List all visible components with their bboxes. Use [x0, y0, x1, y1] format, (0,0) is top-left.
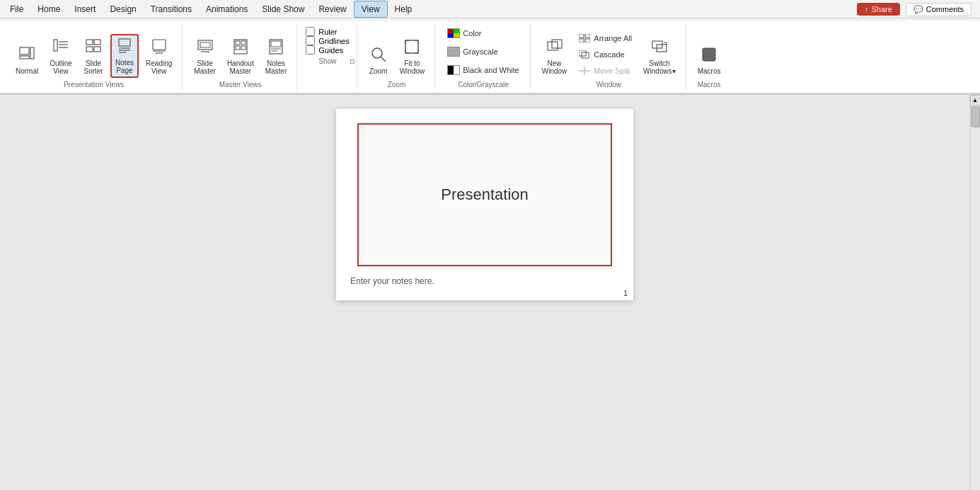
menu-animations[interactable]: Animations	[199, 1, 255, 17]
slide-master-icon	[197, 38, 214, 58]
slide-thumbnail[interactable]: Presentation	[357, 123, 612, 266]
btn-handout-master-label: HandoutMaster	[227, 59, 254, 75]
menu-review[interactable]: Review	[311, 1, 353, 17]
group-label-macros: Macros	[698, 81, 721, 89]
svg-rect-2	[30, 47, 34, 59]
ribbon: Normal OutlineView SlideSorter	[0, 18, 980, 95]
fit-to-window-icon	[403, 38, 420, 58]
normal-icon	[18, 46, 35, 66]
svg-rect-19	[200, 42, 210, 47]
svg-rect-3	[54, 40, 57, 51]
cascade-label: Cascade	[594, 50, 624, 59]
arrange-all-label: Arrange All	[594, 34, 632, 42]
btn-macros-label: Macros	[698, 67, 721, 75]
group-label-master-views: Master Views	[219, 81, 262, 89]
svg-rect-36	[585, 34, 590, 38]
btn-slide-master[interactable]: SlideMaster	[190, 35, 220, 78]
btn-grayscale[interactable]: Grayscale	[442, 44, 503, 59]
btn-reading-view-label: ReadingView	[146, 59, 172, 75]
ruler-checkbox[interactable]	[306, 27, 315, 36]
menu-slideshow[interactable]: Slide Show	[255, 1, 311, 17]
menu-home[interactable]: Home	[30, 1, 67, 17]
ribbon-group-master-views: SlideMaster HandoutMaster NotesMaster Ma…	[184, 24, 297, 90]
comments-icon: 💬	[913, 5, 923, 14]
new-window-icon	[546, 38, 563, 58]
ribbon-content: Normal OutlineView SlideSorter	[0, 21, 980, 94]
svg-rect-10	[94, 47, 100, 52]
menu-insert[interactable]: Insert	[67, 1, 103, 17]
ribbon-group-color-grayscale: Color Grayscale Black and White Color/Gr…	[437, 24, 530, 90]
check-ruler[interactable]: Ruler	[306, 27, 349, 36]
menu-file[interactable]: File	[3, 1, 30, 17]
scrollbar: ▲ ▼	[969, 95, 980, 490]
btn-arrange-all[interactable]: Arrange All	[574, 31, 636, 45]
top-right-actions: ↑ Share 💬 Comments	[848, 0, 980, 18]
btn-outline-label: OutlineView	[50, 59, 72, 75]
reading-view-icon	[151, 38, 168, 58]
scroll-track[interactable]	[970, 106, 981, 490]
notes-page-icon	[116, 38, 133, 57]
group-label-presentation-views: Presentation Views	[64, 81, 124, 89]
macros-icon	[701, 46, 717, 66]
btn-switch-windows[interactable]: SwitchWindows▾	[639, 35, 680, 78]
svg-rect-39	[579, 50, 586, 56]
btn-color[interactable]: Color	[442, 25, 486, 41]
menu-design[interactable]: Design	[103, 1, 143, 17]
btn-slide-sorter[interactable]: SlideSorter	[79, 35, 108, 78]
check-gridlines[interactable]: Gridlines	[306, 36, 349, 45]
btn-black-white[interactable]: Black and White	[442, 62, 524, 78]
btn-cascade[interactable]: Cascade	[574, 47, 636, 62]
btn-notes-page[interactable]: NotesPage	[110, 34, 139, 78]
menu-transitions[interactable]: Transitions	[144, 1, 199, 17]
btn-macros[interactable]: Macros	[693, 43, 725, 78]
slide-title: Presentation	[441, 186, 529, 204]
cascade-icon	[578, 50, 591, 59]
guides-checkbox[interactable]	[306, 45, 315, 55]
svg-rect-34	[552, 40, 562, 48]
grayscale-label: Grayscale	[463, 47, 498, 56]
switch-windows-icon	[651, 38, 668, 58]
scroll-thumb[interactable]	[971, 106, 980, 127]
group-label-window: Window	[596, 81, 621, 89]
show-expand-icon[interactable]: ⊡	[350, 58, 355, 65]
btn-notes-page-label: NotesPage	[115, 59, 134, 74]
svg-rect-23	[241, 41, 246, 45]
svg-rect-40	[582, 52, 589, 58]
btn-slide-master-label: SlideMaster	[194, 59, 216, 75]
svg-rect-9	[86, 47, 93, 52]
move-split-icon	[578, 66, 591, 76]
svg-rect-27	[271, 41, 281, 47]
ribbon-group-zoom: Zoom Fit toWindow Zoom	[359, 24, 436, 90]
btn-new-window[interactable]: NewWindow	[538, 35, 572, 78]
ribbon-group-window: NewWindow Arrange All Cascade	[532, 24, 686, 90]
check-guides[interactable]: Guides	[306, 45, 349, 55]
ruler-label: Ruler	[318, 28, 337, 36]
color-swatch	[447, 28, 460, 38]
handout-master-icon	[232, 38, 249, 58]
menu-view[interactable]: View	[354, 1, 388, 18]
btn-normal[interactable]: Normal	[11, 43, 42, 78]
btn-zoom[interactable]: Zoom	[364, 43, 393, 78]
notes-placeholder[interactable]: Enter your notes here.	[350, 276, 434, 286]
btn-handout-master[interactable]: HandoutMaster	[223, 35, 258, 78]
menu-help[interactable]: Help	[388, 1, 420, 17]
svg-line-31	[381, 57, 386, 62]
svg-rect-25	[241, 46, 246, 50]
btn-notes-master[interactable]: NotesMaster	[261, 35, 292, 78]
share-button[interactable]: ↑ Share	[857, 3, 900, 16]
comments-label: Comments	[926, 5, 964, 13]
btn-switch-windows-label: SwitchWindows▾	[643, 59, 676, 75]
move-split-label: Move Split	[594, 67, 630, 75]
scroll-up-button[interactable]: ▲	[970, 95, 981, 106]
macros-items: Macros	[693, 25, 725, 78]
svg-rect-21	[234, 40, 247, 54]
outline-view-icon	[52, 38, 69, 58]
btn-fit-to-window[interactable]: Fit toWindow	[396, 35, 430, 78]
svg-rect-45	[703, 48, 715, 61]
btn-reading-view[interactable]: ReadingView	[142, 35, 176, 78]
share-label: Share	[871, 5, 892, 13]
group-label-color-grayscale: Color/Grayscale	[458, 81, 509, 89]
gridlines-checkbox[interactable]	[306, 36, 315, 45]
comments-button[interactable]: 💬 Comments	[906, 3, 972, 16]
btn-outline-view[interactable]: OutlineView	[45, 35, 76, 78]
